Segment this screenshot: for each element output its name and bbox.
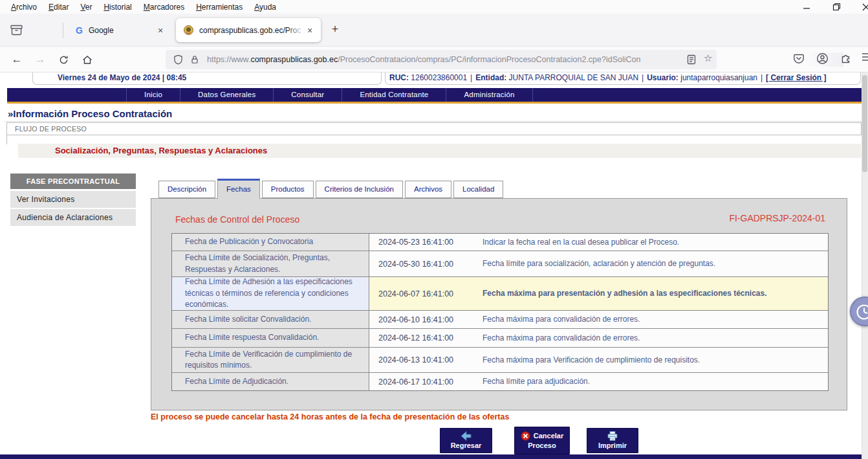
nav-administracion[interactable]: Administración	[446, 88, 532, 102]
regresar-button[interactable]: Regresar	[440, 428, 492, 453]
back-icon[interactable]: ←	[8, 52, 25, 67]
bookmark-star-icon[interactable]: ☆	[704, 52, 712, 64]
cancelar-proceso-button[interactable]: Cancelar Proceso	[514, 427, 570, 454]
sidebar-item-audiencia-aclaraciones[interactable]: Audiencia de Aclaraciones	[10, 209, 136, 226]
logout-link[interactable]: [ Cerrar Sesión ]	[766, 73, 826, 82]
menu-ayuda[interactable]: Ayuda	[248, 3, 282, 12]
pocket-icon[interactable]	[793, 52, 805, 64]
forward-icon[interactable]: →	[32, 52, 49, 67]
button-label: Imprimir	[598, 441, 627, 450]
row-date: 2024-06-13 10:41:00	[369, 348, 476, 372]
separator: |	[757, 73, 766, 82]
row-desc: Fecha máxima para convalidación de error…	[476, 329, 828, 347]
separator: |	[638, 73, 647, 82]
tab-localidad[interactable]: Localidad	[453, 181, 503, 198]
back-arrow-icon	[460, 431, 473, 441]
entity-label: Entidad:	[475, 73, 506, 82]
menu-editar[interactable]: Editar	[43, 3, 74, 12]
row-label: Fecha Límite de Verificación de cumplimi…	[172, 348, 369, 372]
tab-compraspublicas[interactable]: compraspublicas.gob.ec/Proce ×	[176, 18, 321, 42]
row-label: Fecha Límite respuesta Convalidación.	[172, 329, 369, 347]
table-row: Fecha Límite de Verificación de cumplimi…	[172, 348, 828, 373]
menu-marcadores[interactable]: Marcadores	[138, 3, 190, 12]
tab-productos[interactable]: Productos	[262, 181, 314, 198]
row-desc: Fecha máxima para Verificación de cumpli…	[476, 348, 828, 372]
close-button[interactable]	[859, 1, 868, 13]
firefox-view-icon[interactable]	[10, 25, 23, 36]
ruc-value: 1260023860001	[411, 73, 467, 82]
title-divider	[5, 121, 862, 122]
menu-ver[interactable]: Ver	[74, 3, 98, 12]
menu-archivo[interactable]: Archivo	[5, 3, 43, 12]
printer-icon	[607, 431, 618, 441]
account-icon[interactable]	[816, 52, 829, 65]
menu-herramientas[interactable]: Herramientas	[190, 3, 248, 12]
browser-toolbar: ← → https://www.compraspublicas.gob.ec/P…	[0, 47, 868, 73]
home-icon[interactable]	[79, 52, 96, 67]
nav-datos-generales[interactable]: Datos Generales	[180, 88, 274, 102]
main-navigation: Inicio Datos Generales Consultar Entidad…	[7, 88, 862, 102]
nav-inicio[interactable]: Inicio	[126, 88, 180, 102]
user-value: juntaparroquiasanjuan	[680, 73, 757, 82]
row-label: Fecha Límite solicitar Convalidación.	[172, 311, 369, 328]
scrollbar-thumb[interactable]	[862, 75, 867, 172]
button-label: Proceso	[528, 441, 556, 450]
url-bar[interactable]: https://www.compraspublicas.gob.ec/Proce…	[166, 50, 717, 69]
tab-close-icon[interactable]: ×	[304, 25, 316, 36]
flow-process-box[interactable]: FLUJO DE PROCESO	[6, 122, 862, 135]
process-code: FI-GADPRSJP-2024-01	[729, 213, 825, 223]
nav-consultar[interactable]: Consultar	[274, 88, 342, 102]
new-tab-button[interactable]: +	[327, 23, 343, 36]
cancel-warning-text: El proceso se puede cancelar hasta 24 ho…	[151, 412, 509, 421]
process-tabs: Descripción Fechas Productos Criterios d…	[158, 181, 505, 198]
sidebar-header-fase-precontractual: FASE PRECONTRACTUAL	[10, 174, 136, 189]
site-footer-bar	[0, 454, 862, 459]
imprimir-button[interactable]: Imprimir	[587, 428, 638, 453]
reader-mode-icon[interactable]	[687, 54, 696, 65]
nav-entidad-contratante[interactable]: Entidad Contratante	[342, 88, 446, 102]
flow-box-edge	[6, 135, 7, 144]
table-row: Fecha Límite de Adjudicación. 2024-06-17…	[172, 373, 828, 390]
gold-divider	[7, 102, 862, 104]
url-prefix: https://www.	[207, 55, 250, 64]
site-session-info: RUC: 1260023860001|Entidad: JUNTA PARROQ…	[385, 73, 861, 85]
sidebar-item-ver-invitaciones[interactable]: Ver Invitaciones	[10, 191, 136, 208]
entity-value: JUNTA PARROQUIAL DE SAN JUAN	[509, 73, 638, 82]
row-label: Fecha Límite de Socialización, Preguntas…	[172, 251, 369, 276]
user-label: Usuario:	[647, 73, 678, 82]
process-timer-clock-icon[interactable]	[850, 297, 868, 326]
row-desc: Fecha máxima para convalidación de error…	[476, 311, 828, 328]
table-row: Fecha Límite respuesta Convalidación. 20…	[172, 329, 828, 348]
hamburger-menu-icon[interactable]	[862, 52, 868, 62]
row-desc: Fecha límite para socialización, aclarac…	[476, 251, 828, 276]
section-banner: Socialización, Preguntas, Respuestas y A…	[18, 144, 861, 158]
extensions-puzzle-icon[interactable]	[840, 52, 852, 64]
table-row: Fecha Límite solicitar Convalidación. 20…	[172, 311, 828, 329]
tab-google[interactable]: G Google ×	[68, 18, 171, 42]
row-label: Fecha Límite de Adjudicación.	[172, 373, 369, 390]
reload-icon[interactable]	[55, 52, 72, 67]
datetime-text: Viernes 24 de Mayo de 2024 | 08:45	[58, 73, 186, 82]
tab-descripcion[interactable]: Descripción	[158, 181, 215, 198]
separator: |	[467, 73, 475, 82]
tab-criterios-inclusion[interactable]: Criterios de Inclusión	[316, 181, 403, 198]
row-date: 2024-06-17 10:41:00	[369, 373, 476, 390]
row-desc: Fecha límite para adjudicación.	[476, 373, 828, 390]
fechas-title: Fechas de Control del Proceso	[175, 214, 299, 225]
menu-historial[interactable]: Historial	[98, 3, 137, 12]
site-favicon-icon	[184, 25, 193, 35]
tab-fechas[interactable]: Fechas	[217, 179, 260, 199]
tab-archivos[interactable]: Archivos	[405, 181, 451, 198]
table-row: Fecha Límite de Socialización, Preguntas…	[172, 251, 828, 277]
google-favicon-icon: G	[76, 25, 83, 36]
lock-icon[interactable]	[190, 54, 199, 65]
button-label: Cancelar	[534, 431, 563, 440]
shield-icon[interactable]	[173, 54, 183, 65]
row-date: 2024-06-12 16:41:00	[369, 329, 476, 347]
row-date: 2024-05-23 16:41:00	[369, 234, 476, 251]
restore-button[interactable]	[829, 1, 843, 13]
row-label: Fecha Límite de Adhesión a las especific…	[172, 277, 369, 310]
tab-close-icon[interactable]: ×	[155, 25, 166, 36]
minimize-button[interactable]	[799, 1, 814, 13]
row-date: 2024-06-10 16:41:00	[369, 311, 476, 328]
